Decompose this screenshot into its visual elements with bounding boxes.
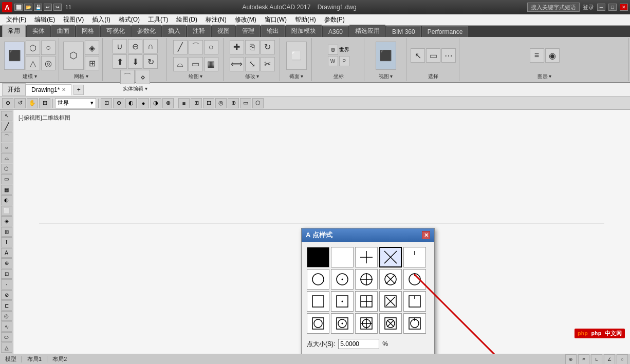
new-btn[interactable]: ⬜ bbox=[14, 4, 23, 11]
menu-file[interactable]: 文件(F) bbox=[2, 14, 30, 25]
login-btn[interactable]: 登录 bbox=[583, 4, 594, 11]
tab-drawing1[interactable]: Drawing1* ✕ bbox=[26, 84, 71, 95]
tab-visual[interactable]: 可视化 bbox=[101, 25, 131, 37]
status-layout2[interactable]: 布局2 bbox=[49, 355, 70, 363]
tab-solid[interactable]: 实体 bbox=[27, 25, 50, 37]
point-style-7[interactable] bbox=[355, 269, 378, 290]
rotate3d-icon[interactable]: ↻ bbox=[143, 54, 158, 69]
copy-icon[interactable]: ⎘ bbox=[245, 40, 260, 54]
lt-measure[interactable]: ⊏ bbox=[1, 300, 12, 311]
window-select-icon[interactable]: ▭ bbox=[426, 48, 440, 63]
point-style-16[interactable] bbox=[331, 313, 354, 334]
point-style-19[interactable] bbox=[403, 313, 426, 334]
tab-annot[interactable]: 注释 bbox=[187, 25, 211, 37]
tab-surface[interactable]: 曲面 bbox=[51, 25, 75, 37]
tab-featured[interactable]: 精选应用 bbox=[349, 25, 385, 37]
point-style-17[interactable] bbox=[355, 313, 378, 334]
lt-boundary[interactable]: ⬜ bbox=[1, 206, 12, 216]
lt-insert[interactable]: ⊕ bbox=[1, 258, 12, 269]
point-style-9[interactable] bbox=[403, 269, 426, 290]
scale-icon[interactable]: ⤡ bbox=[245, 57, 260, 71]
lt-gradient[interactable]: ◐ bbox=[1, 195, 12, 205]
lt-region[interactable]: ◈ bbox=[1, 216, 12, 226]
point-style-0[interactable] bbox=[307, 247, 329, 267]
torus-icon[interactable]: ◎ bbox=[41, 56, 55, 70]
fillet3d-icon[interactable]: ⌒ bbox=[120, 70, 135, 84]
lt-3dface[interactable]: △ bbox=[1, 342, 12, 353]
status-model[interactable]: 模型 bbox=[2, 355, 20, 363]
point-style-15[interactable] bbox=[307, 313, 329, 334]
menu-edit[interactable]: 编辑(E) bbox=[30, 14, 59, 25]
press-icon[interactable]: ⬇ bbox=[128, 54, 142, 69]
tab-drawing1-close[interactable]: ✕ bbox=[62, 87, 66, 92]
rotate-icon[interactable]: ↻ bbox=[261, 40, 275, 54]
point-style-11[interactable] bbox=[331, 291, 354, 312]
point-style-13[interactable] bbox=[379, 291, 402, 312]
toolbar-extra6[interactable]: ▭ bbox=[240, 98, 251, 108]
lt-ellipse[interactable]: ⬭ bbox=[1, 332, 12, 342]
ucs-icon[interactable]: ⊕ bbox=[328, 45, 338, 55]
lt-hatch[interactable]: ▦ bbox=[1, 185, 12, 195]
move-icon[interactable]: ✚ bbox=[230, 40, 244, 54]
toolbar-extra3[interactable]: ⊡ bbox=[203, 98, 214, 108]
zoom-extent-icon[interactable]: ⊞ bbox=[39, 98, 50, 108]
menu-window[interactable]: 窗口(W) bbox=[261, 14, 291, 25]
box-icon[interactable]: ⬛ bbox=[4, 42, 25, 70]
lt-divide[interactable]: ⊘ bbox=[1, 290, 12, 300]
chamfer3d-icon[interactable]: ⋄ bbox=[136, 70, 150, 84]
arc-icon[interactable]: ⌓ bbox=[173, 57, 188, 71]
mesh-icon[interactable]: ⬡ bbox=[63, 42, 84, 70]
point-style-10[interactable] bbox=[307, 291, 329, 312]
mesh-smooth-icon[interactable]: ◈ bbox=[85, 41, 99, 55]
menu-dim[interactable]: 标注(N) bbox=[201, 14, 231, 25]
lt-mtext[interactable]: A bbox=[1, 248, 12, 258]
point-style-18[interactable] bbox=[379, 313, 402, 334]
lt-polyline[interactable]: ⌒ bbox=[1, 132, 12, 142]
tab-bim360[interactable]: BIM 360 bbox=[386, 26, 421, 37]
status-polar[interactable]: ∠ bbox=[604, 354, 615, 365]
tab-start[interactable]: 开始 bbox=[2, 83, 26, 96]
menu-view[interactable]: 视图(V) bbox=[59, 14, 88, 25]
lt-circle[interactable]: ○ bbox=[1, 143, 12, 153]
coord-dropdown[interactable]: 世界 ▾ bbox=[55, 98, 96, 108]
layer-state-icon[interactable]: ◉ bbox=[545, 48, 560, 63]
tab-view[interactable]: 视图 bbox=[212, 25, 235, 37]
search-box[interactable]: 搜入关键字式短语 bbox=[527, 3, 580, 12]
3d-nav-icon[interactable]: ⊗ bbox=[162, 98, 174, 108]
crossing-select-icon[interactable]: ⋯ bbox=[441, 48, 456, 63]
lt-donut[interactable]: ◎ bbox=[1, 311, 12, 321]
status-osnap[interactable]: ○ bbox=[617, 354, 628, 365]
view-btn2[interactable]: ⊕ bbox=[113, 98, 124, 108]
mirror-icon[interactable]: ⟺ bbox=[230, 57, 244, 71]
redo-btn[interactable]: ↪ bbox=[53, 4, 62, 11]
circle-icon[interactable]: ○ bbox=[204, 40, 218, 54]
rect-icon[interactable]: ▭ bbox=[189, 57, 203, 71]
view-btn1[interactable]: ⊡ bbox=[101, 98, 112, 108]
view-cube-icon[interactable]: ⬛ bbox=[376, 42, 396, 70]
sphere-icon[interactable]: ○ bbox=[41, 41, 55, 55]
tab-param[interactable]: 参数化 bbox=[132, 25, 161, 37]
lt-select[interactable]: ↖ bbox=[1, 111, 12, 121]
tab-a360[interactable]: A360 bbox=[323, 26, 348, 37]
status-snap[interactable]: ⊕ bbox=[565, 354, 577, 365]
menu-help[interactable]: 帮助(H) bbox=[291, 14, 320, 25]
view-btn4[interactable]: ● bbox=[138, 98, 149, 108]
toolbar-extra7[interactable]: ⬡ bbox=[252, 98, 264, 108]
tab-mesh[interactable]: 网格 bbox=[76, 25, 100, 37]
menu-param[interactable]: 参数(P) bbox=[320, 14, 349, 25]
point-style-6[interactable] bbox=[331, 269, 354, 290]
point-style-3[interactable] bbox=[379, 247, 402, 267]
subtract-icon[interactable]: ⊖ bbox=[128, 39, 142, 53]
ucs-prev-icon[interactable]: P bbox=[339, 56, 349, 66]
lt-table[interactable]: ⊞ bbox=[1, 227, 12, 237]
tab-performance[interactable]: Performance bbox=[422, 26, 469, 37]
toolbar-extra2[interactable]: ⊞ bbox=[191, 98, 202, 108]
mesh-refine-icon[interactable]: ⊞ bbox=[85, 56, 99, 70]
lt-line[interactable]: ╱ bbox=[1, 122, 12, 132]
pan-icon[interactable]: ✋ bbox=[27, 98, 38, 108]
view-btn3[interactable]: ◐ bbox=[125, 98, 137, 108]
point-style-12[interactable] bbox=[355, 291, 378, 312]
lt-point[interactable]: · bbox=[1, 279, 12, 290]
point-style-1[interactable] bbox=[331, 247, 354, 267]
hatch-icon[interactable]: ▦ bbox=[204, 57, 218, 71]
